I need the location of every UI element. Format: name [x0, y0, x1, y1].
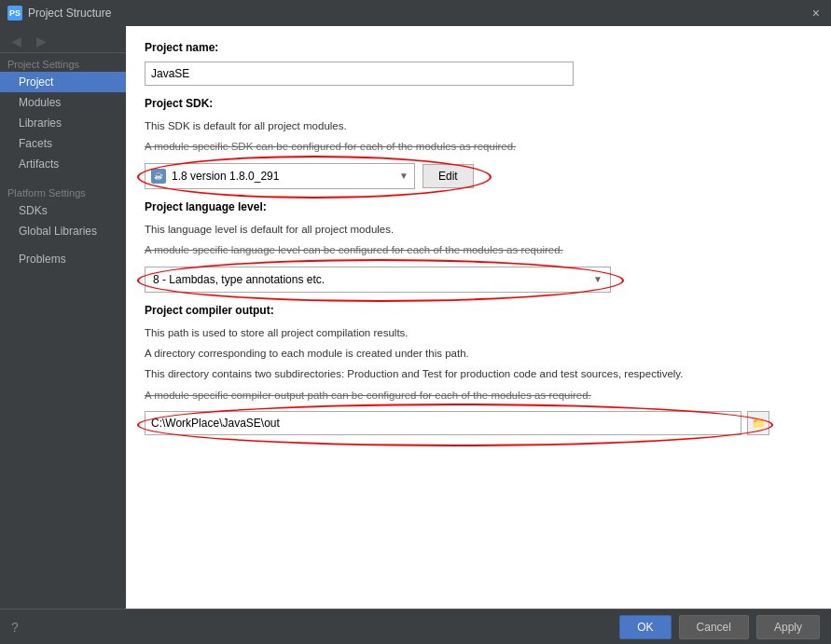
sdk-version-text: 1.8 version 1.8.0_291 — [172, 170, 399, 183]
close-button[interactable]: × — [809, 6, 824, 21]
browse-folder-button[interactable]: 📁 — [747, 411, 769, 435]
content-panel: Project name: Project SDK: This SDK is d… — [126, 26, 831, 609]
project-name-section: Project name: — [145, 41, 812, 86]
project-sdk-section: Project SDK: This SDK is default for all… — [145, 97, 812, 189]
sdk-icon: ☕ — [151, 169, 166, 184]
sidebar-item-artifacts[interactable]: Artifacts — [0, 154, 126, 174]
compiler-desc2: A directory corresponding to each module… — [145, 345, 812, 362]
lang-desc1: This language level is default for all p… — [145, 221, 812, 238]
language-level-section: Project language level: This language le… — [145, 200, 812, 293]
language-level-dropdown[interactable]: 8 - Lambdas, type annotations etc. ▼ — [145, 267, 611, 293]
edit-sdk-button[interactable]: Edit — [422, 164, 474, 188]
compiler-output-section: Project compiler output: This path is us… — [145, 304, 812, 436]
project-name-label: Project name: — [145, 41, 812, 54]
language-dropdown-arrow-icon: ▼ — [593, 274, 602, 284]
sidebar-item-sdks[interactable]: SDKs — [0, 200, 126, 221]
sdk-row: ☕ 1.8 version 1.8.0_291 ▼ Edit — [145, 163, 812, 189]
sdk-desc1: This SDK is default for all project modu… — [145, 117, 812, 134]
sidebar: ◀ ▶ Project Settings Project Modules Lib… — [0, 26, 126, 609]
sdk-dropdown-arrow-icon: ▼ — [399, 171, 409, 181]
compiler-desc4: A module specific compiler output path c… — [145, 387, 812, 404]
output-path-row: 📁 — [145, 411, 812, 435]
sdk-desc2: A module specific SDK can be configured … — [145, 138, 812, 155]
apply-button[interactable]: Apply — [756, 615, 820, 639]
sdk-dropdown[interactable]: ☕ 1.8 version 1.8.0_291 ▼ — [145, 163, 415, 189]
sidebar-item-global-libraries[interactable]: Global Libraries — [0, 221, 126, 241]
language-level-label: Project language level: — [145, 200, 812, 213]
back-button[interactable]: ◀ — [7, 34, 25, 48]
bottom-bar: ? OK Cancel Apply — [0, 609, 831, 644]
title-bar: PS Project Structure × — [0, 0, 831, 26]
project-settings-header: Project Settings — [0, 53, 126, 72]
help-icon[interactable]: ? — [11, 620, 19, 635]
sidebar-item-project[interactable]: Project — [0, 72, 126, 92]
window-title: Project Structure — [28, 7, 111, 20]
language-level-value: 8 - Lambdas, type annotations etc. — [153, 273, 593, 286]
output-path-input[interactable] — [145, 411, 741, 435]
project-name-input[interactable] — [145, 62, 574, 86]
sidebar-item-libraries[interactable]: Libraries — [0, 113, 126, 133]
compiler-desc3: This directory contains two subdirectori… — [145, 365, 812, 382]
folder-icon: 📁 — [752, 417, 766, 430]
platform-settings-header: Platform Settings — [0, 182, 126, 200]
compiler-output-label: Project compiler output: — [145, 304, 812, 317]
sidebar-item-modules[interactable]: Modules — [0, 92, 126, 113]
project-sdk-label: Project SDK: — [145, 97, 812, 110]
compiler-desc1: This path is used to store all project c… — [145, 324, 812, 341]
app-icon: PS — [7, 6, 22, 21]
forward-button[interactable]: ▶ — [33, 34, 50, 48]
sidebar-item-problems[interactable]: Problems — [0, 249, 126, 269]
ok-button[interactable]: OK — [619, 615, 671, 639]
cancel-button[interactable]: Cancel — [679, 615, 749, 639]
lang-desc2: A module specific language level can be … — [145, 241, 812, 258]
nav-toolbar: ◀ ▶ — [0, 30, 126, 53]
sidebar-item-facets[interactable]: Facets — [0, 133, 126, 154]
